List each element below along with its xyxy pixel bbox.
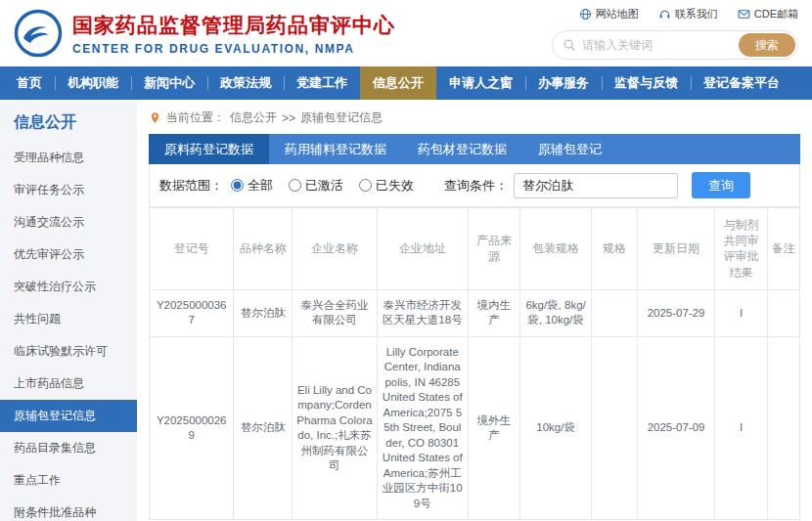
- sidebar-item[interactable]: 药品目录集信息: [0, 432, 137, 464]
- mailbox-label: CDE邮箱: [754, 7, 798, 22]
- tab[interactable]: 药用辅料登记数据: [269, 134, 402, 164]
- column-header: 品种名称: [234, 208, 293, 290]
- cell-company: 泰兴合全药业有限公司: [293, 289, 377, 336]
- mail-icon: [738, 8, 750, 21]
- column-header: 包装规格: [520, 208, 592, 290]
- query-input[interactable]: [514, 173, 678, 198]
- column-header: 与制剂共同审评审批结果: [715, 208, 767, 290]
- results-table: 登记号 品种名称 企业名称 企业地址 产品来源 包装规格 规格 更新日期: [149, 207, 800, 520]
- main-panel: 当前位置： 信息公开 >> 原辅包登记信息 原料药登记数据 药用辅料登记数据 药…: [137, 100, 812, 521]
- sidebar-item[interactable]: 临床试验默示许可: [0, 335, 137, 368]
- cell-address: Lilly Corporate Center, Indianapolis, IN…: [377, 336, 468, 520]
- breadcrumb-section[interactable]: 信息公开: [230, 109, 277, 126]
- tab[interactable]: 原料药登记数据: [149, 134, 269, 164]
- site-header: 国家药品监督管理局药品审评中心 CENTER FOR DRUG EVALUATI…: [0, 0, 812, 66]
- sidebar-item[interactable]: 突破性治疗公示: [0, 271, 137, 303]
- headset-icon: [658, 8, 671, 21]
- nav-item[interactable]: 党建工作: [284, 66, 360, 100]
- quick-links: 网站地图 联系我们 CDE邮箱: [579, 7, 798, 22]
- cell-reg-no: Y20250000367: [150, 289, 234, 336]
- sitemap-link[interactable]: 网站地图: [579, 7, 639, 22]
- column-header: 规格: [592, 208, 638, 290]
- filter-bar: 数据范围： 全部 已激活 已失效: [149, 164, 800, 207]
- scope-radio-label: 已激活: [305, 177, 343, 195]
- cell-updated: 2025-07-29: [637, 289, 715, 336]
- sidebar-title: 信息公开: [0, 100, 137, 142]
- sidebar-item[interactable]: 受理品种信息: [0, 142, 137, 174]
- column-header: 更新日期: [637, 208, 715, 290]
- cell-source: 境内生产: [468, 289, 519, 336]
- site-search: 搜索: [552, 30, 798, 60]
- mailbox-link[interactable]: CDE邮箱: [738, 7, 798, 22]
- column-header: 产品来源: [468, 208, 519, 290]
- cell-product-name: 替尔泊肽: [234, 289, 293, 336]
- location-icon: [149, 111, 161, 124]
- scope-radio[interactable]: 已失效: [359, 177, 414, 195]
- cell-company: Eli Lilly and Company;Corden Pharma Colo…: [293, 336, 377, 520]
- cell-spec: [592, 336, 638, 520]
- sidebar-menu: 受理品种信息 审评任务公示 沟通交流公示 优先审评公示 突破性治疗公示 共性问题…: [0, 142, 137, 521]
- cell-remark: [767, 336, 799, 520]
- nav-item[interactable]: 机构职能: [55, 66, 131, 100]
- column-header: 企业地址: [377, 208, 468, 290]
- sidebar-item[interactable]: 原辅包登记信息: [0, 400, 137, 432]
- globe-icon: [579, 8, 592, 21]
- cell-updated: 2025-07-09: [637, 336, 715, 520]
- scope-radio-label: 全部: [248, 177, 273, 195]
- breadcrumb-current: 原辅包登记信息: [300, 109, 383, 126]
- nav-item[interactable]: 申请人之窗: [436, 66, 525, 100]
- scope-radio-input[interactable]: [289, 179, 301, 192]
- tab[interactable]: 原辅包登记: [522, 134, 617, 164]
- sidebar-item[interactable]: 沟通交流公示: [0, 206, 137, 239]
- scope-radio-input[interactable]: [359, 179, 372, 192]
- data-tabs: 原料药登记数据 药用辅料登记数据 药包材登记数据 原辅包登记: [149, 134, 800, 164]
- site-subtitle: CENTER FOR DRUG EVALUATION, NMPA: [72, 42, 395, 56]
- sidebar-item[interactable]: 附条件批准品种: [0, 497, 137, 521]
- tab[interactable]: 药包材登记数据: [402, 134, 522, 164]
- column-header: 备注: [767, 208, 799, 290]
- cell-packaging: 10kg/袋: [520, 336, 592, 520]
- search-input[interactable]: [582, 38, 739, 52]
- cell-spec: [592, 289, 638, 336]
- cell-review-result: I: [715, 336, 767, 520]
- main-nav: 首页 机构职能 新闻中心 政策法规 党建工作 信息公开 申请人之窗 办事服务 监…: [0, 66, 812, 100]
- cell-reg-no: Y20250000269: [150, 336, 234, 520]
- nav-item[interactable]: 监督与反馈: [602, 66, 691, 100]
- search-button[interactable]: 搜索: [739, 33, 795, 57]
- nav-item[interactable]: 办事服务: [525, 66, 602, 100]
- sidebar-item[interactable]: 优先审评公示: [0, 239, 137, 271]
- query-label: 查询条件：: [444, 177, 508, 195]
- sidebar-item[interactable]: 上市药品信息: [0, 368, 137, 400]
- scope-label: 数据范围：: [159, 177, 223, 195]
- cell-source: 境外生产: [468, 336, 519, 520]
- sidebar-item[interactable]: 审评任务公示: [0, 174, 137, 206]
- cell-product-name: 替尔泊肽: [234, 336, 293, 520]
- sidebar-item[interactable]: 重点工作: [0, 464, 137, 497]
- table-row: Y20250000269 替尔泊肽 Eli Lilly and Company;…: [150, 336, 800, 520]
- scope-radio-label: 已失效: [376, 177, 414, 195]
- cde-logo[interactable]: [14, 9, 63, 58]
- scope-radio[interactable]: 全部: [231, 177, 273, 195]
- scope-radio-group: 全部 已激活 已失效: [231, 177, 414, 195]
- nav-item[interactable]: 信息公开: [360, 66, 436, 100]
- sidebar: 信息公开 受理品种信息 审评任务公示 沟通交流公示 优先审评公示 突破性治疗公示…: [0, 100, 137, 521]
- scope-radio[interactable]: 已激活: [289, 177, 343, 195]
- table-header-row: 登记号 品种名称 企业名称 企业地址 产品来源 包装规格 规格 更新日期: [150, 208, 800, 290]
- brand: 国家药品监督管理局药品审评中心 CENTER FOR DRUG EVALUATI…: [14, 9, 395, 58]
- sidebar-item[interactable]: 共性问题: [0, 303, 137, 335]
- scope-radio-input[interactable]: [231, 179, 244, 192]
- breadcrumb-label: 当前位置：: [166, 109, 225, 126]
- breadcrumb: 当前位置： 信息公开 >> 原辅包登记信息: [149, 109, 800, 126]
- cell-remark: [767, 289, 799, 336]
- contact-link[interactable]: 联系我们: [658, 7, 718, 22]
- nav-item[interactable]: 政策法规: [207, 66, 284, 100]
- sitemap-label: 网站地图: [596, 7, 639, 22]
- nav-item[interactable]: 新闻中心: [131, 66, 207, 100]
- column-header: 登记号: [150, 208, 234, 290]
- breadcrumb-separator: >>: [282, 111, 295, 125]
- nav-item[interactable]: 首页: [4, 66, 55, 100]
- query-button[interactable]: 查询: [692, 172, 750, 198]
- contact-label: 联系我们: [675, 7, 718, 22]
- nav-item[interactable]: 登记备案平台: [691, 66, 792, 100]
- cell-address: 泰兴市经济开发区天星大道18号: [377, 289, 468, 336]
